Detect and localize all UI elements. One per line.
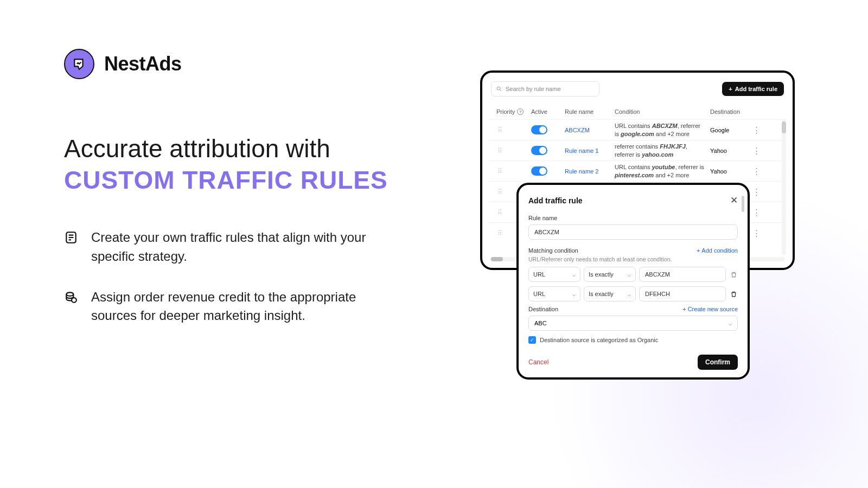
drag-handle-icon[interactable]: ⠿ bbox=[491, 168, 531, 175]
organic-checkbox[interactable]: ✓ bbox=[528, 336, 536, 344]
svg-point-3 bbox=[497, 87, 500, 90]
document-icon bbox=[64, 230, 78, 245]
table-row: ⠿ ABCXZM URL contains ABCXZM, referrer i… bbox=[489, 119, 786, 140]
brand-icon bbox=[64, 49, 94, 79]
help-icon[interactable]: ? bbox=[517, 108, 524, 115]
condition-value-input[interactable] bbox=[639, 286, 726, 301]
plus-icon: + bbox=[697, 247, 700, 254]
add-condition-button[interactable]: +Add condition bbox=[697, 247, 738, 254]
condition-operator-select[interactable]: Is exactly⌵ bbox=[584, 267, 636, 282]
chevron-down-icon: ⌵ bbox=[628, 272, 631, 278]
chevron-down-icon: ⌵ bbox=[729, 320, 732, 326]
condition-row: URL⌵ Is exactly⌵ bbox=[528, 286, 738, 301]
drag-handle-icon[interactable]: ⠿ bbox=[491, 126, 531, 134]
create-source-button[interactable]: +Create new source bbox=[682, 306, 738, 312]
headline-line1: Accurate attribution with bbox=[64, 133, 395, 165]
rule-name-label: Rule name bbox=[528, 215, 738, 221]
table-row: ⠿ Rule name 2 URL contains youtube, refe… bbox=[489, 160, 786, 181]
confirm-button[interactable]: Confirm bbox=[698, 355, 738, 370]
row-menu-icon[interactable]: ⋮ bbox=[752, 187, 769, 197]
drag-handle-icon[interactable]: ⠿ bbox=[491, 147, 531, 155]
condition-operator-select[interactable]: Is exactly⌵ bbox=[584, 286, 636, 301]
row-menu-icon[interactable]: ⋮ bbox=[752, 125, 769, 135]
table-row: ⠿ Rule name 1 referrer contains FHJKJFJ,… bbox=[489, 140, 786, 160]
modal-title: Add traffic rule bbox=[528, 196, 583, 205]
brand: NestAds bbox=[64, 49, 395, 79]
row-menu-icon[interactable]: ⋮ bbox=[752, 166, 769, 176]
plus-icon: + bbox=[682, 306, 686, 312]
row-menu-icon[interactable]: ⋮ bbox=[752, 208, 769, 217]
chevron-down-icon: ⌵ bbox=[572, 272, 576, 278]
condition-row: URL⌵ Is exactly⌵ bbox=[528, 267, 738, 282]
destination-select[interactable]: ABC⌵ bbox=[528, 316, 738, 331]
active-toggle[interactable] bbox=[531, 166, 547, 176]
rule-link[interactable]: Rule name 1 bbox=[565, 147, 598, 154]
search-icon bbox=[496, 86, 502, 92]
feature-text-2: Assign order revenue credit to the appro… bbox=[91, 288, 373, 326]
headline-line2: CUSTOM TRAFFIC RULES bbox=[64, 165, 395, 196]
add-traffic-rule-modal: Add traffic rule ✕ Rule name Matching co… bbox=[516, 183, 750, 380]
chevron-down-icon: ⌵ bbox=[572, 291, 576, 297]
table-header: Priority? Active Rule name Condition Des… bbox=[489, 104, 786, 119]
cancel-button[interactable]: Cancel bbox=[528, 358, 548, 366]
matching-hint: URL/Referrer only needs to match at leas… bbox=[528, 256, 738, 262]
rule-link[interactable]: ABCXZM bbox=[565, 127, 590, 133]
matching-condition-label: Matching condition bbox=[528, 247, 578, 254]
chevron-down-icon: ⌵ bbox=[628, 291, 631, 297]
rule-name-input[interactable] bbox=[528, 224, 738, 240]
condition-value-input[interactable] bbox=[639, 267, 726, 282]
condition-field-select[interactable]: URL⌵ bbox=[528, 267, 580, 282]
condition-field-select[interactable]: URL⌵ bbox=[528, 286, 580, 301]
coins-icon bbox=[64, 290, 78, 304]
vertical-scrollbar[interactable] bbox=[782, 119, 786, 255]
organic-checkbox-label: Destination source is categorized as Org… bbox=[540, 337, 658, 343]
feature-text-1: Create your own traffic rules that align… bbox=[91, 228, 373, 266]
brand-name: NestAds bbox=[104, 53, 182, 75]
add-traffic-rule-button[interactable]: + Add traffic rule bbox=[722, 82, 784, 96]
plus-icon: + bbox=[729, 86, 732, 92]
rule-link[interactable]: Rule name 2 bbox=[565, 168, 598, 175]
row-menu-icon[interactable]: ⋮ bbox=[752, 146, 769, 156]
svg-point-2 bbox=[72, 298, 76, 303]
close-icon[interactable]: ✕ bbox=[730, 195, 738, 206]
destination-label: Destination bbox=[528, 306, 558, 312]
svg-point-1 bbox=[66, 292, 73, 296]
active-toggle[interactable] bbox=[531, 125, 547, 134]
active-toggle[interactable] bbox=[531, 146, 547, 155]
search-placeholder: Search by rule name bbox=[506, 86, 561, 92]
search-input[interactable]: Search by rule name bbox=[491, 81, 599, 97]
trash-icon[interactable] bbox=[729, 291, 738, 298]
row-menu-icon[interactable]: ⋮ bbox=[752, 228, 769, 238]
trash-icon[interactable] bbox=[729, 271, 738, 278]
modal-scrollbar[interactable] bbox=[742, 196, 744, 212]
